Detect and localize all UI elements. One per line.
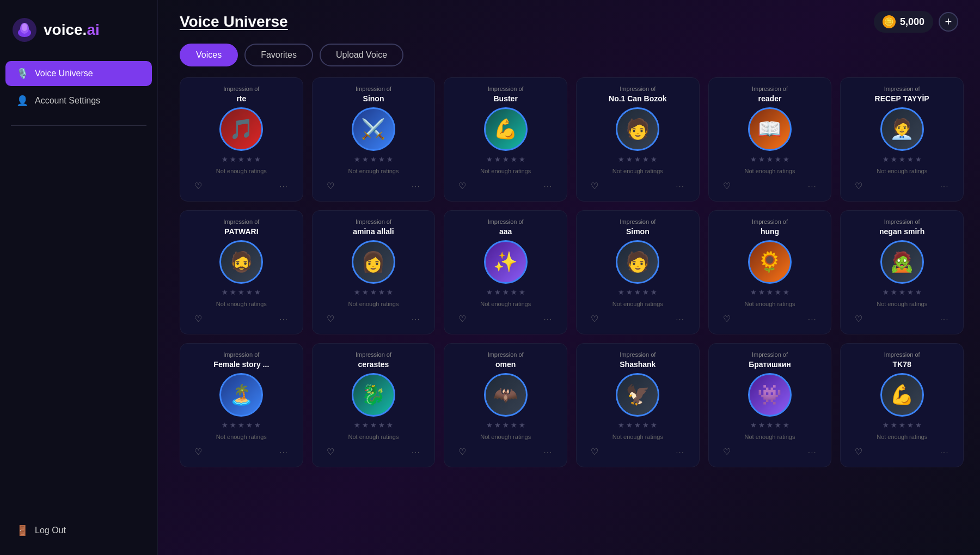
logo-text: voice.ai xyxy=(44,21,100,39)
more-options-button[interactable]: ··· xyxy=(278,180,291,192)
star-icon: ★ xyxy=(750,421,757,429)
more-options-button[interactable]: ··· xyxy=(542,446,555,458)
star-icon: ★ xyxy=(634,288,641,296)
star-icon: ★ xyxy=(899,288,905,296)
more-options-button[interactable]: ··· xyxy=(409,446,422,458)
favorite-button[interactable]: ♡ xyxy=(456,312,468,326)
card-voice-name: amina allali xyxy=(353,227,394,236)
card-impression-label: Impression of xyxy=(188,351,295,358)
card-impression-label: Impression of xyxy=(452,351,559,358)
star-icon: ★ xyxy=(230,288,236,296)
card-avatar: 🧟 xyxy=(880,240,924,284)
favorite-button[interactable]: ♡ xyxy=(853,444,865,459)
more-options-button[interactable]: ··· xyxy=(806,446,819,458)
favorite-button[interactable]: ♡ xyxy=(324,179,336,193)
star-icon: ★ xyxy=(511,288,517,296)
card-rating-text: Not enough ratings xyxy=(348,301,399,307)
stars-container: ★★★★★ xyxy=(618,421,657,429)
avatar-emoji: 🏝️ xyxy=(229,385,254,405)
tab-upload-voice[interactable]: Upload Voice xyxy=(320,44,403,66)
voice-card: Impression of PATWARI 🧔 ★★★★★ Not enough… xyxy=(180,210,303,334)
favorite-button[interactable]: ♡ xyxy=(589,444,601,459)
more-options-button[interactable]: ··· xyxy=(409,180,422,192)
star-icon: ★ xyxy=(503,288,509,296)
star-icon: ★ xyxy=(370,288,377,296)
voice-card: Impression of Buster 💪 ★★★★★ Not enough … xyxy=(444,77,567,202)
more-options-button[interactable]: ··· xyxy=(674,180,687,192)
star-icon: ★ xyxy=(634,421,641,429)
favorite-button[interactable]: ♡ xyxy=(589,179,601,193)
star-icon: ★ xyxy=(626,155,633,163)
favorite-button[interactable]: ♡ xyxy=(192,312,204,326)
sidebar-item-voice-universe[interactable]: 🎙️ Voice Universe xyxy=(5,61,152,86)
card-actions: ♡ ··· xyxy=(584,444,691,459)
voice-card: Impression of cerastes 🐉 ★★★★★ Not enoug… xyxy=(312,343,436,467)
favorite-button[interactable]: ♡ xyxy=(721,312,733,326)
voice-universe-icon: 🎙️ xyxy=(16,68,28,80)
star-icon: ★ xyxy=(651,288,657,296)
more-options-button[interactable]: ··· xyxy=(938,446,951,458)
star-icon: ★ xyxy=(511,421,517,429)
card-impression-label: Impression of xyxy=(584,218,691,225)
favorite-button[interactable]: ♡ xyxy=(721,444,733,459)
more-options-button[interactable]: ··· xyxy=(674,446,687,458)
more-options-button[interactable]: ··· xyxy=(938,313,951,325)
card-rating-text: Not enough ratings xyxy=(745,301,795,307)
card-voice-name: reader xyxy=(758,94,782,103)
favorite-button[interactable]: ♡ xyxy=(456,179,468,193)
favorite-button[interactable]: ♡ xyxy=(324,444,336,459)
card-impression-label: Impression of xyxy=(188,218,295,225)
favorite-button[interactable]: ♡ xyxy=(853,179,865,193)
favorite-button[interactable]: ♡ xyxy=(192,179,204,193)
card-voice-name: Sinon xyxy=(363,94,384,103)
more-options-button[interactable]: ··· xyxy=(542,313,555,325)
card-impression-label: Impression of xyxy=(848,351,955,358)
tab-favorites[interactable]: Favorites xyxy=(244,44,313,66)
avatar-emoji: 🦇 xyxy=(493,385,518,405)
sidebar-item-logout[interactable]: 🚪 Log Out xyxy=(5,518,152,543)
star-icon: ★ xyxy=(230,421,236,429)
star-icon: ★ xyxy=(222,288,228,296)
stars-container: ★★★★★ xyxy=(883,155,922,163)
star-icon: ★ xyxy=(750,288,757,296)
more-options-button[interactable]: ··· xyxy=(806,313,819,325)
stars-container: ★★★★★ xyxy=(883,421,922,429)
card-actions: ♡ ··· xyxy=(716,312,824,326)
star-icon: ★ xyxy=(354,421,360,429)
tab-voices[interactable]: Voices xyxy=(180,44,238,66)
star-icon: ★ xyxy=(486,288,493,296)
card-impression-label: Impression of xyxy=(848,86,955,92)
card-avatar: 👩 xyxy=(352,240,395,284)
favorite-button[interactable]: ♡ xyxy=(853,312,865,326)
star-icon: ★ xyxy=(767,288,773,296)
more-options-button[interactable]: ··· xyxy=(278,446,291,458)
card-avatar: ✨ xyxy=(484,240,528,284)
more-options-button[interactable]: ··· xyxy=(278,313,291,325)
avatar-emoji: 🌻 xyxy=(757,252,782,272)
stars-container: ★★★★★ xyxy=(750,288,789,296)
voice-card: Impression of Simon 🧑 ★★★★★ Not enough r… xyxy=(576,210,700,334)
header: Voice Universe 🪙 5,000 + xyxy=(158,0,980,44)
favorite-button[interactable]: ♡ xyxy=(589,312,601,326)
sidebar-item-account-settings-label: Account Settings xyxy=(35,96,100,106)
add-credits-button[interactable]: + xyxy=(939,12,958,32)
star-icon: ★ xyxy=(899,421,905,429)
favorite-button[interactable]: ♡ xyxy=(456,444,468,459)
more-options-button[interactable]: ··· xyxy=(542,180,555,192)
card-rating-text: Not enough ratings xyxy=(216,301,267,307)
star-icon: ★ xyxy=(651,155,657,163)
star-icon: ★ xyxy=(651,421,657,429)
more-options-button[interactable]: ··· xyxy=(674,313,687,325)
card-impression-label: Impression of xyxy=(848,218,955,225)
more-options-button[interactable]: ··· xyxy=(409,313,422,325)
stars-container: ★★★★★ xyxy=(354,288,393,296)
favorite-button[interactable]: ♡ xyxy=(721,179,733,193)
favorite-button[interactable]: ♡ xyxy=(192,444,204,459)
avatar-emoji: 💪 xyxy=(493,119,518,139)
sidebar-item-account-settings[interactable]: 👤 Account Settings xyxy=(5,88,152,113)
favorite-button[interactable]: ♡ xyxy=(324,312,336,326)
more-options-button[interactable]: ··· xyxy=(938,180,951,192)
card-impression-label: Impression of xyxy=(716,351,824,358)
card-actions: ♡ ··· xyxy=(848,444,955,459)
more-options-button[interactable]: ··· xyxy=(806,180,819,192)
